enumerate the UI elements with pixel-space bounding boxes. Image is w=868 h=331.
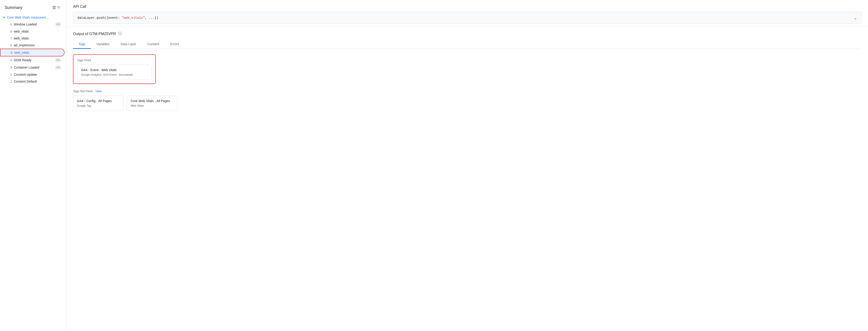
code-text: dataLayer.push({event: "web_vitals", ...… [78, 16, 158, 20]
item-number-5: 5 [9, 51, 12, 54]
tab-variables[interactable]: Variables [91, 40, 115, 49]
code-string: "web_vitals" [122, 16, 145, 20]
output-section: Output of GTM-PMZ5VPR ⓘ Tags Variables D… [67, 27, 868, 115]
code-badge-9 [55, 22, 61, 26]
code-badge-4 [55, 58, 61, 62]
sidebar-item-4[interactable]: 4 DOM Ready [0, 57, 64, 64]
item-label-5: web_vitals [14, 51, 60, 54]
tags-not-fired-header: Tags Not Fired Hide [73, 90, 862, 93]
sidebar-header: Summary [0, 0, 66, 13]
sidebar-item-2[interactable]: 2 Consent Update [0, 71, 64, 78]
tags-fired-card-subtitle: Google Analytics: GA4 Event - Succeeded [81, 73, 148, 76]
item-label-6: ad_impression [14, 43, 61, 47]
code-prefix: dataLayer.push({event: [78, 16, 122, 20]
main-content: API Call dataLayer.push({event: "web_vit… [67, 0, 868, 331]
trash-icon [52, 5, 56, 10]
info-icon[interactable]: ⓘ [118, 31, 122, 36]
sidebar-item-9[interactable]: 9 Window Loaded [0, 21, 64, 28]
tab-data-layer[interactable]: Data Layer [115, 40, 142, 49]
item-label-2: Consent Update [14, 73, 61, 76]
tags-not-fired-label: Tags Not Fired [73, 90, 93, 93]
tab-consent[interactable]: Consent [142, 40, 165, 49]
item-number-2: 2 [8, 73, 12, 76]
sidebar-group-header[interactable]: ▼ Core Web Vitals measurem... [0, 14, 66, 21]
code-icon [57, 23, 60, 26]
code-suffix: , ...}) [145, 16, 158, 20]
sidebar-item-8[interactable]: 8 web_vitals [0, 28, 64, 35]
tags-fired-label: Tags Fired [77, 59, 152, 62]
item-number-4: 4 [8, 59, 12, 62]
expand-icon[interactable]: ⌄ [854, 15, 857, 21]
item-number-3: 3 [8, 66, 12, 69]
tab-errors[interactable]: Errors [165, 40, 185, 49]
sidebar-item-3[interactable]: 3 Container Loaded [0, 64, 64, 71]
output-header: Output of GTM-PMZ5VPR ⓘ [73, 31, 862, 36]
tag-not-fired-card-0[interactable]: GA4 - Config - All Pages Google Tag [73, 96, 124, 111]
code-line: dataLayer.push({event: "web_vitals", ...… [73, 12, 862, 24]
item-label-4: DOM Ready [14, 58, 54, 62]
tags-fired-section: Tags Fired GA4 - Event - Web Vitals Goog… [73, 54, 156, 84]
tags-fired-card[interactable]: GA4 - Event - Web Vitals Google Analytic… [77, 65, 152, 80]
tag-not-fired-subtitle-1: Web Vitals [131, 104, 174, 107]
sidebar-item-6[interactable]: 6 ad_impression [0, 42, 64, 48]
sidebar-item-1[interactable]: 1 Consent Default [0, 78, 64, 85]
clear-button[interactable] [51, 5, 62, 10]
tag-not-fired-title-0: GA4 - Config - All Pages [77, 99, 120, 103]
item-label-8: web_vitals [14, 30, 61, 33]
item-number-1: 1 [8, 80, 12, 83]
tags-not-fired-section: Tags Not Fired Hide GA4 - Config - All P… [73, 90, 862, 111]
sidebar-group: ▼ Core Web Vitals measurem... 9 Window L… [0, 13, 66, 87]
tag-not-fired-subtitle-0: Google Tag [77, 104, 120, 107]
output-title: Output of GTM-PMZ5VPR [73, 32, 116, 36]
code-icon [57, 59, 60, 62]
tag-not-fired-title-1: Core Web Vitals - All Pages [131, 99, 174, 103]
tag-not-fired-card-1[interactable]: Core Web Vitals - All Pages Web Vitals [127, 96, 177, 111]
sidebar-item-7[interactable]: 7 web_vitals [0, 35, 64, 42]
tags-fired-card-title: GA4 - Event - Web Vitals [81, 68, 148, 72]
api-call-title: API Call [73, 5, 862, 9]
sidebar: Summary ▼ Core Web Vitals measurem... 9 [0, 0, 67, 331]
tabs: Tags Variables Data Layer Consent Errors [73, 40, 862, 49]
sidebar-item-5[interactable]: 5 web_vitals [0, 48, 64, 57]
tab-tags[interactable]: Tags [73, 40, 91, 49]
hide-link[interactable]: Hide [96, 90, 102, 93]
item-number-6: 6 [8, 43, 12, 47]
filter-icon [57, 5, 61, 10]
code-badge-3 [55, 65, 61, 69]
item-number-9: 9 [8, 23, 12, 26]
code-icon [57, 66, 60, 69]
tags-not-fired-cards: GA4 - Config - All Pages Google Tag Core… [73, 96, 862, 111]
item-number-8: 8 [8, 30, 12, 33]
item-label-9: Window Loaded [14, 23, 54, 26]
item-label-3: Container Loaded [14, 66, 54, 69]
api-call-section: API Call dataLayer.push({event: "web_vit… [67, 0, 868, 27]
item-label-1: Consent Default [14, 79, 61, 83]
chevron-icon: ▼ [3, 16, 5, 19]
item-label-7: web_vitals [14, 36, 61, 40]
tags-content: Tags Fired GA4 - Event - Web Vitals Goog… [73, 54, 862, 111]
sidebar-title: Summary [5, 5, 22, 10]
sidebar-group-label: Core Web Vitals measurem... [7, 15, 49, 19]
item-number-7: 7 [8, 37, 12, 40]
